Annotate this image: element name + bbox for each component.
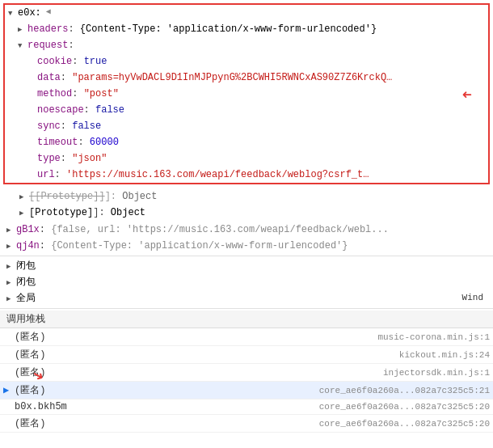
scope-closed-2-expand[interactable] [6,275,15,290]
scope-closed-2: 闭包 [3,274,490,290]
headers-value: {Content-Type: 'application/x-www-form-u… [80,22,377,36]
e0x-expand[interactable] [8,6,16,20]
noescape-key: noescape [37,103,84,117]
e0x-row: e0x: ◀ [5,5,488,21]
method-row: method : "post" ➜ [5,86,488,102]
gb1x-expand[interactable] [6,222,15,237]
stack-name: (匿名) [15,416,319,430]
proto-section: [[Prototype]] ]: Object [Prototype] ]: O… [0,188,493,222]
stack-name: (匿名) [15,330,377,344]
callstack-section: 调用堆栈 (匿名)music-corona.min.js:1(匿名)kickou… [0,311,493,448]
object-tree-box: e0x: ◀ headers : {Content-Type: 'applica… [3,3,490,184]
proto-value: Object [111,205,145,220]
data-row: data : "params=hyVwDACL9D1InMJPpynG%2BCW… [5,70,488,86]
sync-key: sync [37,119,61,133]
proto-strikethrough-row: [[Prototype]] ]: Object [6,188,487,205]
headers-expand[interactable] [18,22,26,36]
stack-file: core_ae6f0a260a...082a7c325c5:21 [319,386,490,395]
e0x-arrow-indicator: ◀ [46,6,51,18]
proto-expand-1[interactable] [19,189,27,204]
scope-closed-1: 闭包 [3,258,490,274]
timeout-value: 60000 [90,135,119,150]
stack-row[interactable]: (匿名)music-corona.min.js:1 [0,328,493,346]
wind-label: Wind [462,291,487,305]
noescape-row: noescape : false [5,102,488,118]
stack-row[interactable]: (匿名)core_ae6f0a260a...082a7c325c5:20 [0,415,493,433]
stack-name: b0x.bkh5m [15,401,319,412]
cookie-row: cookie : true [5,53,488,70]
method-key: method [37,87,72,101]
stack-file: core_ae6f0a260a...082a7c325c5:20 [319,402,490,412]
type-key: type [37,151,61,166]
proto-key: [Prototype] [29,205,93,220]
scope-global: 全局 Wind [3,290,490,306]
stack-row[interactable]: (匿名)kickout.min.js:24 [0,346,493,364]
proto-row: [Prototype] ]: Object [6,205,487,221]
stack-row[interactable]: b0x.bkh5mcore_ae6f0a260a...082a7c325c5:2… [0,399,493,415]
sync-value: false [72,119,101,133]
divider-2 [0,308,493,309]
gb1x-key: gB1x [16,222,40,237]
lower-rows: gB1x : {false, url: 'https://music.163.c… [0,222,493,254]
scope-section: 闭包 闭包 全局 Wind [0,258,493,306]
url-key: url [37,167,55,182]
timeout-key: timeout [37,135,78,150]
stack-indicator: ▶ [3,384,15,396]
timeout-row: timeout : 60000 [5,134,488,150]
request-row: request : [5,37,488,53]
headers-row: headers : {Content-Type: 'application/x-… [5,21,488,37]
gb1x-row: gB1x : {false, url: 'https://music.163.c… [3,222,490,238]
stack-file: injectorsdk.min.js:1 [383,368,490,378]
type-row: type : "json" [5,150,488,167]
url-row: url : 'https://music.163.com/weapi/feedb… [5,167,488,183]
headers-key: headers [27,22,68,36]
cookie-key: cookie [37,54,72,69]
gb1x-value: {false, url: 'https://music.163.com/weap… [51,222,389,237]
stack-row[interactable]: (匿名)injectorsdk.min.js:1➜ [0,364,493,382]
proto-strikethrough: [[Prototype]] [29,189,105,204]
callstack-header: 调用堆栈 [0,311,493,328]
stack-row[interactable]: ▶(匿名)core_ae6f0a260a...082a7c325c5:21 [0,382,493,399]
scope-closed-1-expand[interactable] [6,259,15,273]
callstack-rows: (匿名)music-corona.min.js:1(匿名)kickout.min… [0,328,493,433]
cookie-value: true [84,54,107,69]
sync-row: sync : false [5,118,488,134]
qj4n-value: {Content-Type: 'application/x-www-form-u… [51,239,348,253]
qj4n-key: qj4n [16,239,40,253]
qj4n-row: qj4n : {Content-Type: 'application/x-www… [3,238,490,254]
scope-closed-2-label: 闭包 [16,275,36,290]
request-key: request [27,38,68,53]
stack-file: core_ae6f0a260a...082a7c325c5:20 [319,419,490,429]
method-value: "post" [84,87,119,101]
data-key: data [37,70,61,85]
data-value: "params=hyVwDACL9D1InMJPpynG%2BCWHI5RWNC… [72,70,395,85]
devtools-panel: e0x: ◀ headers : {Content-Type: 'applica… [0,0,493,448]
url-value: 'https://music.163.com/weapi/feedback/we… [66,167,373,182]
stack-name: (匿名) [15,348,399,361]
stack-file: music-corona.min.js:1 [377,332,490,342]
stack-file: kickout.min.js:24 [399,350,490,360]
qj4n-expand[interactable] [6,239,15,253]
stack-name: (匿名) [15,366,383,379]
request-expand[interactable] [18,38,26,53]
stack-name: (匿名) [15,383,319,397]
e0x-key: e0x: [18,6,41,20]
divider-1 [0,256,493,256]
post-arrow-icon: ➜ [462,84,472,108]
type-value: "json" [72,151,107,166]
proto-expand-2[interactable] [19,205,27,220]
scope-global-label: 全局 [16,291,36,306]
noescape-value: false [95,103,124,117]
scope-global-expand[interactable] [6,291,15,306]
scope-closed-1-label: 闭包 [16,259,36,273]
